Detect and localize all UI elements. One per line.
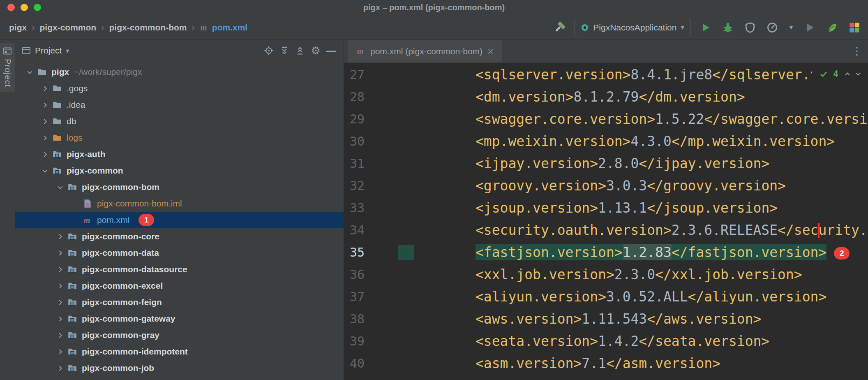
- chevron-right-icon[interactable]: [54, 315, 66, 322]
- code-line-37[interactable]: 37<aliyun.version>3.0.52.ALL</aliyun.ver…: [344, 286, 868, 308]
- code-line-41[interactable]: 41: [344, 375, 868, 380]
- code-editor[interactable]: 27<sqlserver.version>8.4.1.jre8</sqlserv…: [344, 63, 868, 380]
- tree-item-pigx-common-datasource[interactable]: pigx-common-datasource: [15, 261, 344, 278]
- chevron-right-icon[interactable]: [39, 85, 51, 92]
- line-number[interactable]: 35: [344, 241, 365, 264]
- hide-panel-icon[interactable]: —: [326, 45, 337, 56]
- expand-all-icon[interactable]: [279, 45, 290, 56]
- breadcrumb-item-pigx-common-bom[interactable]: pigx-common-bom: [109, 23, 187, 32]
- tree-item-pigx-common-gray[interactable]: pigx-common-gray: [15, 327, 344, 343]
- code-line-36[interactable]: 36<xxl.job.version>2.3.0</xxl.job.versio…: [344, 264, 868, 286]
- coverage-button[interactable]: [743, 21, 757, 35]
- tree-item-logs[interactable]: logs: [15, 130, 344, 146]
- tree-item-pigx-common-data[interactable]: pigx-common-data: [15, 245, 344, 261]
- chevron-right-icon[interactable]: [54, 266, 66, 273]
- editor-tab-pom-xml[interactable]: m pom.xml (pigx-common-bom) ×: [348, 40, 502, 63]
- close-window-button[interactable]: [7, 4, 15, 11]
- prev-problem-icon[interactable]: [843, 70, 852, 78]
- tree-item-db[interactable]: db: [15, 113, 344, 130]
- code-line-31[interactable]: 31<ijpay.version>2.8.0</ijpay.version>: [344, 153, 868, 175]
- tree-item-pigx-common[interactable]: pigx-common: [15, 162, 344, 179]
- line-number[interactable]: 40: [344, 352, 365, 375]
- breadcrumb-separator: ›: [192, 22, 195, 33]
- next-problem-icon[interactable]: [854, 70, 862, 78]
- breadcrumb-item-pigx[interactable]: pigx: [9, 23, 27, 32]
- chevron-right-icon[interactable]: [39, 134, 51, 141]
- build-hammer-icon[interactable]: [552, 21, 566, 35]
- xml-open-tag: <fastjson.version>: [476, 244, 623, 260]
- profiler-button[interactable]: [765, 21, 779, 35]
- editor-options-icon[interactable]: ⋮: [852, 45, 868, 58]
- tree-item-pigx-common-idempotent[interactable]: pigx-common-idempotent: [15, 343, 344, 360]
- chevron-right-icon[interactable]: [39, 151, 51, 158]
- line-number[interactable]: 37: [344, 286, 365, 308]
- code-line-38[interactable]: 38<aws.version>1.11.543</aws.version>: [344, 308, 868, 330]
- code-line-32[interactable]: 32<groovy.version>3.0.3</groovy.version>: [344, 175, 868, 197]
- code-line-29[interactable]: 29<swagger.core.version>1.5.22</swagger.…: [344, 108, 868, 130]
- inspections-widget[interactable]: 4: [812, 65, 868, 83]
- tree-item-pigx-common-excel[interactable]: pigx-common-excel: [15, 278, 344, 294]
- profiler-dropdown-caret[interactable]: ▾: [787, 21, 795, 35]
- project-view-selector[interactable]: Project ▾: [22, 46, 69, 56]
- plugin-cluster-icon[interactable]: [847, 21, 861, 35]
- debug-button[interactable]: [721, 21, 735, 35]
- breadcrumb-item-pigx-common[interactable]: pigx-common: [40, 23, 97, 32]
- line-number[interactable]: 31: [344, 153, 365, 175]
- tree-item-pom-xml[interactable]: mpom.xml1: [15, 212, 344, 228]
- breadcrumb-item-pom.xml[interactable]: mpom.xml: [200, 23, 247, 32]
- line-number[interactable]: 33: [344, 197, 365, 219]
- chevron-right-icon[interactable]: [54, 250, 66, 257]
- settings-gear-icon[interactable]: ⚙: [310, 45, 321, 56]
- code-line-35[interactable]: 35<fastjson.version>1.2.83</fastjson.ver…: [344, 241, 868, 264]
- run-config-selector[interactable]: PigxNacosApplication ▾: [575, 19, 690, 36]
- chevron-right-icon[interactable]: [54, 332, 66, 339]
- code-line-40[interactable]: 40<asm.version>7.1</asm.version>: [344, 352, 868, 375]
- module-icon: [66, 248, 78, 258]
- line-number[interactable]: 30: [344, 130, 365, 153]
- chevron-right-icon[interactable]: [54, 365, 66, 372]
- collapse-all-icon[interactable]: [294, 45, 306, 56]
- tree-item--idea[interactable]: .idea: [15, 97, 344, 113]
- code-line-39[interactable]: 39<seata.version>1.4.2</seata.version>: [344, 330, 868, 352]
- line-number[interactable]: 28: [344, 86, 365, 108]
- line-number[interactable]: 41: [344, 375, 365, 380]
- run-button[interactable]: [699, 21, 713, 35]
- tree-item-pigx-auth[interactable]: pigx-auth: [15, 146, 344, 162]
- chevron-down-icon[interactable]: [39, 167, 51, 174]
- code-line-27[interactable]: 27<sqlserver.version>8.4.1.jre8</sqlserv…: [344, 64, 868, 86]
- code-line-28[interactable]: 28<dm.version>8.1.2.79</dm.version>: [344, 86, 868, 108]
- chevron-right-icon[interactable]: [54, 348, 66, 355]
- chevron-down-icon[interactable]: [23, 69, 36, 76]
- code-line-30[interactable]: 30<mp.weixin.version>4.3.0</mp.weixin.ve…: [344, 130, 868, 153]
- chevron-right-icon[interactable]: [54, 283, 66, 290]
- project-tool-window-button[interactable]: Project: [0, 43, 15, 92]
- tree-item--gogs[interactable]: .gogs: [15, 80, 344, 97]
- locate-file-icon[interactable]: [263, 45, 275, 56]
- line-number[interactable]: 34: [344, 219, 365, 241]
- chevron-right-icon[interactable]: [54, 233, 66, 240]
- line-number[interactable]: 38: [344, 308, 365, 330]
- line-number[interactable]: 39: [344, 330, 365, 352]
- chevron-right-icon[interactable]: [39, 102, 51, 109]
- tree-item-pigx-common-job[interactable]: pigx-common-job: [15, 360, 344, 376]
- tree-item-pigx-common-feign[interactable]: pigx-common-feign: [15, 294, 344, 310]
- line-number[interactable]: 36: [344, 264, 365, 286]
- plugin-leaf-icon[interactable]: [825, 21, 839, 35]
- zoom-window-button[interactable]: [34, 4, 41, 11]
- line-number[interactable]: 27: [344, 64, 365, 86]
- tree-item-pigx-common-core[interactable]: pigx-common-core: [15, 228, 344, 245]
- code-line-33[interactable]: 33<jsoup.version>1.13.1</jsoup.version>: [344, 197, 868, 219]
- chevron-right-icon[interactable]: [54, 299, 66, 306]
- line-number[interactable]: 32: [344, 175, 365, 197]
- tree-item-pigx-common-bom-iml[interactable]: pigx-common-bom.iml: [15, 195, 344, 212]
- code-line-34[interactable]: 34<security.oauth.version>2.3.6.RELEASE<…: [344, 219, 868, 241]
- tree-item-pigx[interactable]: pigx~/work/super/pigx: [15, 64, 344, 80]
- rerun-button-disabled[interactable]: [803, 21, 817, 35]
- chevron-right-icon[interactable]: [39, 118, 51, 125]
- line-number[interactable]: 29: [344, 108, 365, 130]
- minimize-window-button[interactable]: [21, 4, 28, 11]
- tree-item-pigx-common-bom[interactable]: pigx-common-bom: [15, 179, 344, 195]
- tree-item-pigx-common-gateway[interactable]: pigx-common-gateway: [15, 310, 344, 327]
- chevron-down-icon[interactable]: [54, 184, 66, 191]
- close-tab-icon[interactable]: ×: [487, 46, 494, 57]
